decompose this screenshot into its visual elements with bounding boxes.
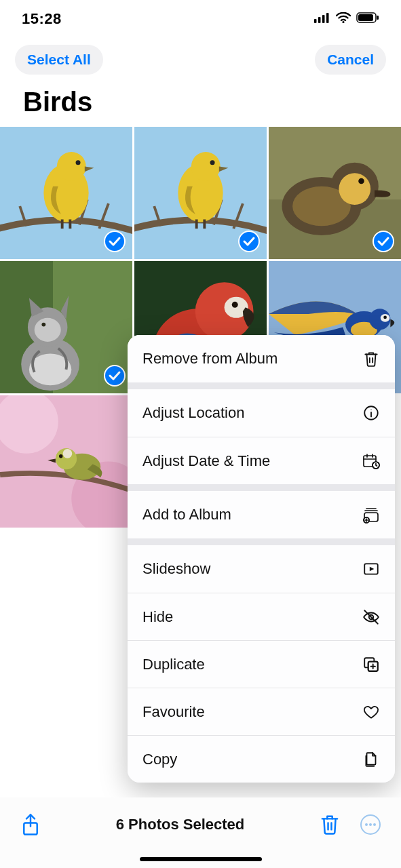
svg-point-19 bbox=[210, 160, 215, 165]
menu-label: Adjust Date & Time bbox=[142, 452, 270, 470]
trash-icon bbox=[320, 814, 340, 835]
cellular-icon bbox=[314, 12, 330, 26]
status-time: 15:28 bbox=[22, 10, 62, 28]
svg-point-52 bbox=[383, 316, 387, 319]
menu-label: Hide bbox=[142, 608, 173, 626]
more-button[interactable] bbox=[359, 813, 382, 836]
svg-rect-1 bbox=[318, 17, 321, 23]
svg-point-37 bbox=[35, 318, 61, 342]
menu-adjust-location[interactable]: Adjust Location bbox=[128, 389, 395, 437]
svg-rect-0 bbox=[314, 19, 317, 23]
menu-label: Favourite bbox=[142, 703, 205, 721]
svg-point-62 bbox=[370, 409, 371, 410]
menu-duplicate[interactable]: Duplicate bbox=[128, 640, 395, 688]
svg-point-85 bbox=[369, 823, 372, 826]
trash-icon bbox=[362, 350, 380, 368]
selected-checkmark-icon bbox=[238, 231, 260, 252]
photo-thumbnail[interactable] bbox=[134, 127, 267, 259]
svg-point-59 bbox=[63, 449, 73, 458]
svg-point-18 bbox=[191, 152, 221, 181]
menu-separator bbox=[128, 538, 395, 545]
menu-adjust-date-time[interactable]: Adjust Date & Time bbox=[128, 437, 395, 484]
svg-point-58 bbox=[59, 454, 62, 458]
share-button[interactable] bbox=[19, 813, 42, 836]
menu-hide[interactable]: Hide bbox=[128, 593, 395, 640]
selection-count: 6 Photos Selected bbox=[116, 816, 245, 833]
svg-rect-7 bbox=[377, 16, 379, 20]
menu-label: Duplicate bbox=[142, 656, 205, 673]
menu-separator bbox=[128, 484, 395, 491]
eye-slash-icon bbox=[362, 608, 380, 626]
play-rect-icon bbox=[362, 560, 380, 578]
menu-label: Slideshow bbox=[142, 560, 210, 578]
menu-label: Adjust Location bbox=[142, 404, 244, 422]
svg-point-38 bbox=[41, 323, 45, 327]
menu-separator bbox=[128, 382, 395, 389]
menu-slideshow[interactable]: Slideshow bbox=[128, 545, 395, 593]
album-add-icon bbox=[362, 506, 380, 524]
warbler-blossom-illustration bbox=[0, 395, 132, 528]
svg-rect-6 bbox=[358, 14, 373, 21]
selected-checkmark-icon bbox=[373, 231, 394, 252]
photo-thumbnail[interactable] bbox=[269, 127, 401, 259]
select-all-button[interactable]: Select All bbox=[15, 45, 103, 75]
svg-point-10 bbox=[57, 152, 86, 181]
calendar-clock-icon bbox=[362, 452, 380, 470]
photo-thumbnail[interactable] bbox=[0, 395, 132, 528]
nav-bar: Select All Cancel bbox=[0, 38, 401, 81]
duplicate-icon bbox=[362, 656, 380, 673]
menu-add-to-album[interactable]: Add to Album bbox=[128, 491, 395, 538]
svg-point-86 bbox=[373, 823, 376, 826]
action-sheet: Remove from Album Adjust Location Adjust… bbox=[128, 335, 395, 783]
svg-point-84 bbox=[365, 823, 368, 826]
info-icon bbox=[362, 404, 380, 422]
cancel-button[interactable]: Cancel bbox=[315, 45, 386, 75]
status-indicators bbox=[314, 12, 379, 26]
home-indicator bbox=[140, 857, 262, 861]
status-bar: 15:28 bbox=[0, 0, 401, 38]
menu-label: Add to Album bbox=[142, 506, 231, 524]
selected-checkmark-icon bbox=[104, 231, 126, 252]
heart-icon bbox=[362, 703, 380, 721]
trash-button[interactable] bbox=[318, 813, 341, 836]
svg-point-4 bbox=[342, 21, 344, 23]
svg-point-29 bbox=[292, 186, 351, 226]
svg-point-30 bbox=[358, 178, 364, 184]
svg-point-46 bbox=[232, 302, 238, 308]
menu-favourite[interactable]: Favourite bbox=[128, 688, 395, 735]
menu-copy[interactable]: Copy bbox=[128, 735, 395, 783]
photo-thumbnail[interactable] bbox=[0, 127, 132, 259]
battery-icon bbox=[356, 12, 379, 26]
share-icon bbox=[20, 813, 41, 836]
page-title: Birds bbox=[0, 81, 401, 127]
menu-label: Remove from Album bbox=[142, 350, 278, 368]
menu-label: Copy bbox=[142, 751, 177, 768]
copy-doc-icon bbox=[362, 751, 380, 768]
menu-remove-from-album[interactable]: Remove from Album bbox=[128, 335, 395, 382]
wifi-icon bbox=[336, 12, 351, 26]
photo-thumbnail[interactable] bbox=[0, 261, 132, 393]
svg-rect-2 bbox=[322, 15, 325, 23]
ellipsis-circle-icon bbox=[360, 814, 381, 835]
svg-rect-3 bbox=[326, 13, 329, 23]
svg-point-11 bbox=[76, 160, 81, 165]
selected-checkmark-icon bbox=[104, 365, 126, 387]
